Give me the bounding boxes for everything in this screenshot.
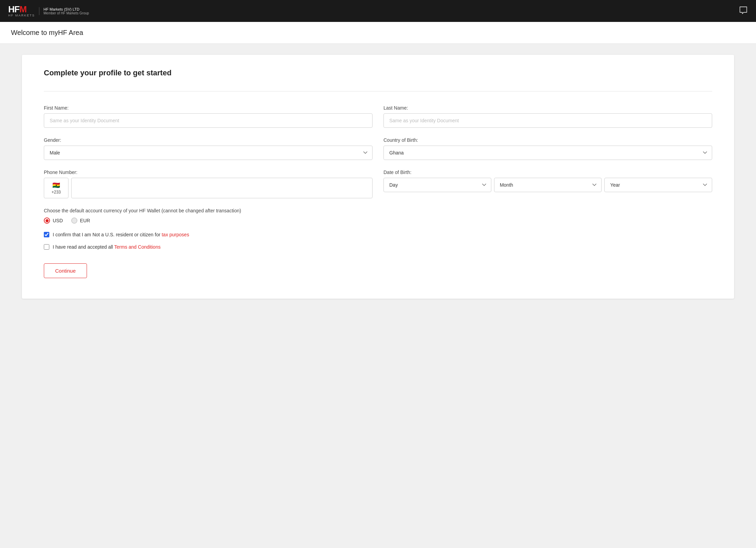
phone-code: +233 (51, 190, 61, 195)
country-label: Country of Birth: (383, 137, 712, 143)
gender-label: Gender: (44, 137, 373, 143)
dob-group: Date of Birth: Day 12 34 5 Month January… (383, 170, 712, 198)
first-name-input[interactable] (44, 113, 373, 128)
phone-label: Phone Number: (44, 170, 373, 175)
main-content: Complete your profile to get started Fir… (0, 44, 756, 310)
first-name-label: First Name: (44, 105, 373, 111)
form-card-title: Complete your profile to get started (44, 68, 712, 77)
currency-usd-label: USD (53, 218, 63, 223)
terms-checkbox-label: I have read and accepted all Terms and C… (53, 244, 161, 250)
phone-dob-row: Phone Number: 🇬🇭 +233 Date of Birth: Day… (44, 170, 712, 198)
tax-purposes-link[interactable]: tax purposes (162, 232, 189, 237)
hf-logo-mark: HFM HF MARKETS (8, 5, 35, 17)
gender-group: Gender: Male Female Other (44, 137, 373, 160)
currency-usd-option[interactable]: USD (44, 217, 63, 224)
country-select[interactable]: Ghana United States United Kingdom (383, 146, 712, 160)
tax-checkbox-label: I confirm that I am Not a U.S. resident … (53, 232, 189, 237)
last-name-input[interactable] (383, 113, 712, 128)
tax-checkbox-section: I confirm that I am Not a U.S. resident … (44, 232, 712, 237)
first-name-group: First Name: (44, 105, 373, 128)
logo-hfm-text: HFM (8, 5, 26, 14)
dob-day-select[interactable]: Day 12 34 5 (383, 178, 491, 192)
phone-input-group: 🇬🇭 +233 (44, 178, 373, 198)
dob-input-group: Day 12 34 5 Month JanuaryFebruary March … (383, 178, 712, 192)
dob-label: Date of Birth: (383, 170, 712, 175)
terms-checkbox-section: I have read and accepted all Terms and C… (44, 244, 712, 250)
country-group: Country of Birth: Ghana United States Un… (383, 137, 712, 160)
continue-button[interactable]: Continue (44, 263, 87, 278)
currency-usd-radio[interactable] (44, 217, 50, 224)
company-group: Member of HF Markets Group (43, 11, 89, 15)
tax-checkbox[interactable] (44, 232, 49, 237)
form-divider (44, 91, 712, 91)
currency-eur-label: EUR (80, 218, 90, 223)
header-left: HFM HF MARKETS HF Markets (SV) LTD Membe… (8, 5, 89, 17)
phone-flag: 🇬🇭 (52, 182, 60, 189)
currency-label: Choose the default account currency of y… (44, 208, 712, 213)
header: HFM HF MARKETS HF Markets (SV) LTD Membe… (0, 0, 756, 22)
name-row: First Name: Last Name: (44, 105, 712, 128)
dob-year-select[interactable]: Year 20001999 1998 (604, 178, 712, 192)
form-card: Complete your profile to get started Fir… (22, 55, 734, 299)
logo-markets-text: HF MARKETS (8, 14, 35, 17)
phone-number-input[interactable] (71, 178, 373, 198)
logo: HFM HF MARKETS HF Markets (SV) LTD Membe… (8, 5, 89, 17)
page-title-area: Welcome to myHF Area (0, 22, 756, 44)
currency-section: Choose the default account currency of y… (44, 208, 712, 224)
dob-month-select[interactable]: Month JanuaryFebruary March (494, 178, 602, 192)
company-name: HF Markets (SV) LTD (43, 7, 89, 11)
phone-country-selector[interactable]: 🇬🇭 +233 (44, 178, 68, 198)
company-info: HF Markets (SV) LTD Member of HF Markets… (39, 7, 89, 15)
currency-eur-option[interactable]: EUR (71, 217, 90, 224)
terms-link[interactable]: Terms and Conditions (114, 244, 161, 250)
phone-group: Phone Number: 🇬🇭 +233 (44, 170, 373, 198)
page-title: Welcome to myHF Area (11, 29, 745, 37)
currency-eur-radio[interactable] (71, 217, 77, 224)
currency-options: USD EUR (44, 217, 712, 224)
chat-icon[interactable] (739, 6, 748, 16)
last-name-label: Last Name: (383, 105, 712, 111)
gender-select[interactable]: Male Female Other (44, 146, 373, 160)
gender-country-row: Gender: Male Female Other Country of Bir… (44, 137, 712, 160)
logo-m-red: M (20, 4, 27, 14)
terms-checkbox[interactable] (44, 244, 49, 250)
last-name-group: Last Name: (383, 105, 712, 128)
